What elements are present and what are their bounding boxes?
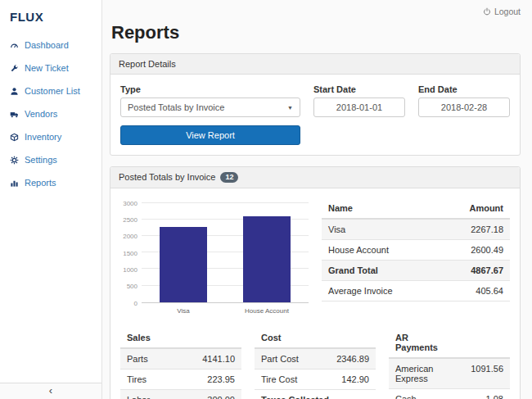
sidebar-collapse-button[interactable]: ‹ — [0, 383, 101, 399]
y-tick-label: 0 — [134, 299, 138, 306]
row-value: 300.00 — [207, 395, 235, 399]
row-value: 2600.49 — [471, 245, 503, 255]
table-row: Cash 1.08 — [389, 389, 510, 399]
sidebar-item-label: Settings — [25, 155, 57, 165]
report-type-selected-value: Posted Totals by Invoice — [128, 102, 224, 112]
vendors-icon — [10, 110, 19, 119]
row-value: 405.64 — [476, 286, 503, 296]
power-icon — [483, 7, 491, 16]
sidebar-item-label: Vendors — [25, 109, 57, 119]
report-details-panel-body: Type Posted Totals by Invoice ▼ View Rep… — [110, 75, 520, 155]
table-row: Tires 223.95 — [120, 370, 241, 390]
y-tick-label: 2500 — [123, 216, 138, 224]
report-type-select[interactable]: Posted Totals by Invoice ▼ — [120, 97, 300, 117]
sidebar-item-label: Customer List — [25, 86, 80, 96]
invoice-count-badge: 12 — [220, 172, 238, 183]
table-header-row: Sales — [120, 328, 241, 349]
row-label: Visa — [328, 224, 471, 234]
y-tick-label: 1500 — [123, 249, 138, 256]
row-label: Labor — [127, 395, 207, 399]
chart-x-labels: VisaHouse Account — [142, 303, 309, 315]
sidebar-item-vendors[interactable]: Vendors — [0, 102, 101, 125]
bar-slot — [142, 203, 225, 302]
summary-table: Name Amount Visa 2267.18 House Account 2… — [322, 198, 510, 315]
row-label: Tire Cost — [261, 374, 341, 384]
view-report-button[interactable]: View Report — [120, 125, 300, 145]
sidebar-item-settings[interactable]: Settings — [0, 148, 101, 171]
x-tick-label: House Account — [225, 303, 309, 315]
table-row: Average Invoice 405.64 — [322, 281, 510, 302]
header-name: Name — [328, 203, 469, 213]
table-subheader-row: Taxes Collected — [255, 390, 376, 399]
topbar: Logout — [110, 0, 521, 16]
chart-plot — [142, 203, 309, 303]
new-ticket-icon — [10, 64, 19, 73]
results-panel-body: 050010001500200025003000 VisaHouse Accou… — [110, 188, 520, 399]
cost-table: Cost Part Cost 2346.89 Tire Cost 142.90 … — [255, 328, 376, 399]
table-row: Visa 2267.18 — [322, 220, 510, 240]
row-value: 4867.67 — [471, 265, 503, 275]
end-date-label: End Date — [418, 84, 510, 94]
type-label: Type — [120, 84, 300, 94]
logout-label: Logout — [494, 7, 521, 16]
row-label: Tires — [127, 374, 207, 384]
sales-table: Sales Parts 4141.10 Tires 223.95 Labor 3… — [120, 328, 241, 399]
chevron-down-icon: ▼ — [287, 105, 293, 111]
table-row: Part Cost 2346.89 — [255, 349, 376, 370]
main-content: Logout Reports Report Details Type Poste… — [102, 0, 532, 399]
results-panel-heading: Posted Totals by Invoice 12 — [110, 167, 520, 188]
row-label: Cash — [395, 394, 448, 399]
table-title: Cost — [261, 333, 369, 342]
logout-button[interactable]: Logout — [483, 7, 521, 16]
end-date-input[interactable] — [418, 97, 510, 117]
sidebar-item-label: Dashboard — [25, 40, 69, 50]
start-date-label: Start Date — [313, 84, 405, 94]
table-row: Labor 300.00 — [120, 390, 241, 399]
row-value: 2346.89 — [336, 354, 369, 364]
brand-logo: FLUX — [0, 0, 101, 34]
table-header-row: AR Payments — [389, 328, 510, 359]
table-row: American Express 1091.56 — [389, 359, 510, 389]
sidebar-item-customer-list[interactable]: Customer List — [0, 79, 101, 102]
table-subtitle: Taxes Collected — [261, 395, 369, 399]
row-label: American Express — [395, 364, 448, 383]
row-value: 1091.56 — [471, 364, 503, 374]
table-header-row: Name Amount — [322, 198, 510, 220]
row-value: 1.08 — [486, 394, 503, 399]
sidebar-item-label: Reports — [25, 178, 56, 188]
y-tick-label: 2000 — [123, 233, 138, 240]
bar-slot — [225, 203, 309, 302]
bar-chart: 050010001500200025003000 VisaHouse Accou… — [120, 198, 309, 315]
sidebar-item-new-ticket[interactable]: New Ticket — [0, 57, 101, 79]
sidebar-item-inventory[interactable]: Inventory — [0, 125, 101, 148]
table-row: House Account 2600.49 — [322, 240, 510, 261]
table-title: AR Payments — [395, 333, 448, 352]
row-value: 142.90 — [341, 374, 369, 384]
sidebar-item-dashboard[interactable]: Dashboard — [0, 34, 101, 57]
start-date-input[interactable] — [313, 97, 405, 117]
bar-house-account — [243, 216, 291, 302]
table-row-grand-total: Grand Total 4867.67 — [322, 261, 510, 281]
row-value: 223.95 — [207, 374, 235, 384]
dashboard-icon — [10, 41, 19, 50]
table-title: Sales — [127, 333, 235, 342]
reports-icon — [10, 179, 19, 188]
y-tick-label: 500 — [127, 283, 138, 290]
page-title: Reports — [110, 22, 521, 43]
table-row: Tire Cost 142.90 — [255, 370, 376, 390]
row-label: Part Cost — [261, 354, 336, 364]
table-row: Parts 4141.10 — [120, 349, 241, 370]
results-panel: Posted Totals by Invoice 12 050010001500… — [110, 166, 521, 399]
row-label: Grand Total — [328, 265, 471, 275]
sidebar-item-reports[interactable]: Reports — [0, 171, 101, 194]
report-details-panel: Report Details Type Posted Totals by Inv… — [110, 53, 521, 156]
x-tick-label: Visa — [142, 303, 225, 315]
ar-payments-table: AR Payments American Express 1091.56 Cas… — [389, 328, 510, 399]
y-tick-label: 1000 — [123, 266, 138, 274]
table-header-row: Cost — [255, 328, 376, 349]
row-value: 4141.10 — [202, 354, 235, 364]
sidebar-item-label: Inventory — [25, 132, 61, 142]
sidebar-item-label: New Ticket — [25, 63, 69, 73]
row-label: House Account — [328, 245, 471, 255]
panel-title: Posted Totals by Invoice — [119, 172, 215, 182]
